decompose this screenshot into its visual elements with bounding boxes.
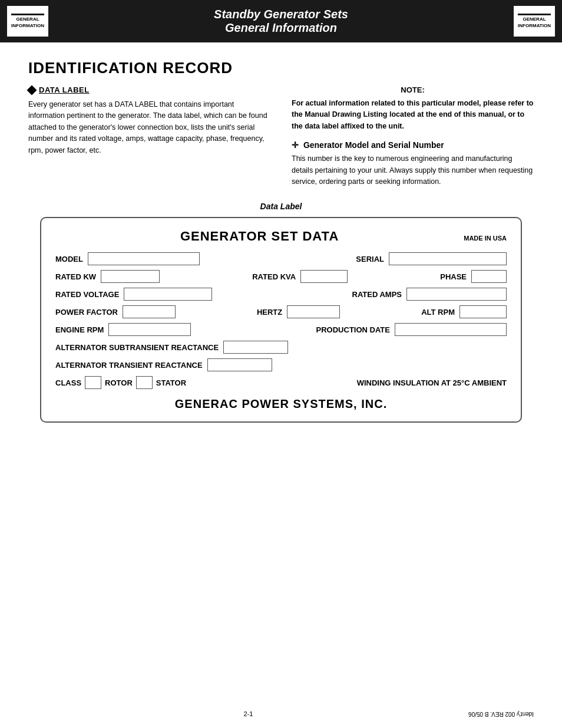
subheading-text: Generator Model and Serial Number	[303, 140, 444, 150]
generac-footer: GENERAC POWER SYSTEMS, INC.	[55, 397, 507, 411]
alt-trans-field	[207, 358, 272, 371]
rated-kw-field	[101, 270, 160, 283]
alt-subtrans-field	[223, 341, 288, 354]
page-number: 2-1	[28, 710, 468, 717]
row-alt-sub: ALTERNATOR SUBTRANSIENT REACTANCE	[55, 341, 507, 354]
serial-field	[389, 252, 507, 265]
production-date-label: PRODUCTION DATE	[316, 325, 390, 334]
phase-label: PHASE	[440, 272, 467, 281]
row-alt-trans: ALTERNATOR TRANSIENT REACTANCE	[55, 358, 507, 371]
rated-kva-field	[300, 270, 348, 283]
rated-voltage-label: RATED VOLTAGE	[55, 290, 119, 299]
alt-rpm-field	[459, 305, 507, 318]
row-engine: ENGINE RPM PRODUCTION DATE	[55, 323, 507, 336]
logo-text-right-line1: GENERAL	[523, 17, 546, 22]
alt-trans-label: ALTERNATOR TRANSIENT REACTANCE	[55, 361, 203, 370]
row-voltage: RATED VOLTAGE RATED AMPS	[55, 288, 507, 301]
left-column: DATA LABEL Every generator set has a DAT…	[28, 85, 270, 187]
logo-text-right-line2: INFORMATION	[518, 23, 551, 28]
header-title-line1: Standby Generator Sets	[48, 8, 514, 21]
note-label: NOTE:	[292, 85, 534, 94]
rated-amps-label: RATED AMPS	[352, 290, 402, 299]
class-label: CLASS	[55, 378, 81, 387]
row-class: CLASS ROTOR STATOR WINDING INSULATION AT…	[55, 376, 507, 389]
footer-doc-info: Ident'y 002 REV. B 05/06	[468, 710, 534, 717]
rated-voltage-field	[124, 288, 212, 301]
gen-data-box: GENERATOR SET DATA MADE IN USA MODEL SER…	[40, 217, 522, 423]
logo-text-line1: GENERAL	[16, 17, 39, 22]
serial-label: SERIAL	[356, 255, 384, 263]
stator-label: STATOR	[156, 378, 186, 387]
header-logo-right: GENERAL INFORMATION	[514, 6, 555, 37]
gen-data-title: GENERATOR SET DATA	[55, 229, 464, 244]
two-column-section: DATA LABEL Every generator set has a DAT…	[28, 85, 534, 187]
page-title: IDENTIFICATION RECORD	[28, 59, 534, 77]
alt-rpm-label: ALT RPM	[421, 308, 455, 317]
logo-text-line2: INFORMATION	[11, 23, 44, 28]
header-title: Standby Generator Sets General Informati…	[48, 8, 514, 35]
power-factor-label: POWER FACTOR	[55, 308, 118, 317]
note-text: For actual information related to this p…	[292, 98, 534, 132]
engine-rpm-field	[108, 323, 191, 336]
header-logo-left: GENERAL INFORMATION	[7, 6, 48, 37]
data-label-heading: DATA LABEL	[28, 85, 270, 94]
rotor-label: ROTOR	[105, 378, 133, 387]
right-column: NOTE: For actual information related to …	[292, 85, 534, 187]
section1-body: Every generator set has a DATA LABEL tha…	[28, 99, 270, 156]
page-footer: 2-1 Ident'y 002 REV. B 05/06	[0, 710, 562, 717]
winding-label: WINDING INSULATION AT 25°C AMBIENT	[357, 378, 507, 387]
section1-heading-text: DATA LABEL	[39, 85, 90, 94]
production-date-field	[395, 323, 507, 336]
hertz-label: HERTZ	[257, 308, 282, 317]
gen-data-title-row: GENERATOR SET DATA MADE IN USA	[55, 229, 507, 244]
made-in-usa: MADE IN USA	[464, 235, 507, 242]
row-rated: RATED KW RATED KVA PHASE	[55, 270, 507, 283]
rated-kw-label: RATED KW	[55, 272, 96, 281]
main-content: IDENTIFICATION RECORD DATA LABEL Every g…	[0, 42, 562, 434]
row-pf: POWER FACTOR HERTZ ALT RPM	[55, 305, 507, 318]
page-header: GENERAL INFORMATION Standby Generator Se…	[0, 0, 562, 42]
rated-amps-field	[406, 288, 507, 301]
hertz-field	[287, 305, 340, 318]
engine-rpm-label: ENGINE RPM	[55, 325, 104, 334]
diamond-icon	[27, 85, 37, 95]
phase-field	[471, 270, 507, 283]
subheading: ✛ Generator Model and Serial Number	[292, 140, 534, 150]
rotor-field	[136, 376, 153, 389]
model-field	[88, 252, 200, 265]
data-label-caption: Data Label	[28, 202, 534, 211]
rated-kva-label: RATED KVA	[252, 272, 296, 281]
cross-icon: ✛	[292, 140, 299, 150]
alt-subtrans-label: ALTERNATOR SUBTRANSIENT REACTANCE	[55, 343, 219, 352]
header-title-line2: General Information	[48, 21, 514, 35]
model-label: MODEL	[55, 255, 83, 263]
row-model-serial: MODEL SERIAL	[55, 252, 507, 265]
class-field	[85, 376, 101, 389]
subheading-body: This number is the key to numerous engin…	[292, 153, 534, 187]
power-factor-field	[123, 305, 176, 318]
